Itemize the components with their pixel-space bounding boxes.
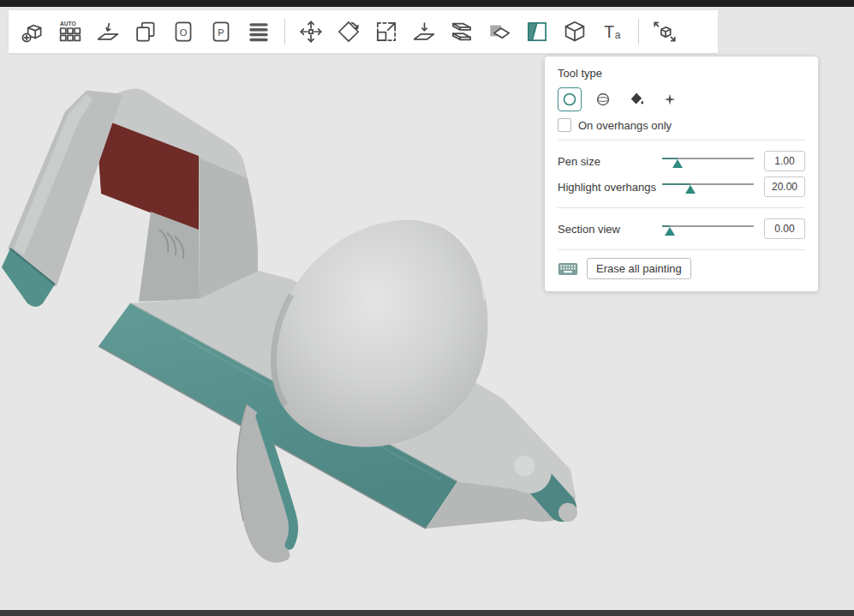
toolbar-auto-orient-button[interactable] [89, 13, 127, 51]
overhangs-only-row: On overhangs only [558, 118, 805, 132]
cut-icon [448, 18, 475, 45]
slider-thumb[interactable] [665, 227, 675, 236]
highlight-overhangs-slider[interactable] [662, 180, 754, 194]
main-toolbar: AUTO O [9, 10, 718, 53]
auto-arrange-icon: AUTO [57, 18, 84, 45]
pen-size-value[interactable]: 1.00 [764, 151, 805, 171]
split-to-objects-icon [132, 18, 159, 45]
fill-bucket-button[interactable] [624, 87, 648, 111]
overhangs-only-checkbox[interactable] [558, 118, 571, 132]
svg-text:T: T [604, 23, 614, 41]
svg-text:a: a [615, 29, 621, 41]
toolbar-assembly-view-button[interactable] [646, 13, 684, 51]
variable-layer-height-icon [245, 18, 272, 45]
model-hook[interactable] [2, 88, 258, 307]
section-view-row: Section view 0.00 [558, 216, 805, 242]
highlight-overhangs-row: Highlight overhangs 20.00 [558, 174, 805, 200]
gap-fill-button[interactable] [658, 87, 682, 111]
section-view-slider[interactable] [662, 222, 754, 236]
erase-row: Erase all painting [558, 258, 805, 279]
toolbar-place-on-face-button[interactable] [405, 13, 443, 51]
move-icon [297, 18, 325, 45]
svg-text:O: O [180, 27, 188, 38]
toolbar-separator [284, 19, 285, 45]
toolbar-mesh-boolean-button[interactable] [481, 13, 518, 51]
erase-all-painting-button[interactable]: Erase all painting [587, 258, 691, 279]
toolbar-add-button[interactable] [14, 13, 51, 51]
support-painting-icon [523, 18, 551, 45]
tool-type-row [558, 87, 805, 111]
section-view-value[interactable]: 0.00 [764, 218, 805, 239]
toolbar-rotate-button[interactable] [330, 13, 367, 51]
sphere-brush-button[interactable] [591, 87, 615, 111]
toolbar-auto-arrange-button[interactable]: AUTO [51, 13, 89, 51]
sphere-brush-icon [594, 90, 612, 109]
paste-icon: P [207, 18, 235, 45]
rotate-icon [335, 18, 362, 45]
svg-text:AUTO: AUTO [60, 21, 76, 27]
window-top-edge [0, 0, 854, 7]
panel-divider [558, 207, 805, 208]
pen-size-slider[interactable] [662, 154, 754, 168]
toolbar-split-to-objects-button[interactable] [127, 13, 164, 51]
toolbar-paste-button[interactable]: P [202, 13, 240, 51]
toolbar-scale-button[interactable] [367, 13, 405, 51]
add-icon [19, 18, 46, 45]
toolbar-move-button[interactable] [292, 13, 330, 51]
svg-text:P: P [218, 27, 224, 38]
toolbar-support-painting-button[interactable] [518, 13, 556, 51]
toolbar-text-shape-button[interactable]: T a [594, 13, 631, 51]
pen-size-label: Pen size [558, 155, 662, 168]
assembly-view-icon [651, 18, 678, 45]
copy-icon: O [170, 18, 197, 45]
highlight-overhangs-label: Highlight overhangs [558, 181, 662, 194]
toolbar-cut-button[interactable] [443, 13, 481, 51]
support-painting-panel: Tool type [545, 57, 818, 291]
slider-thumb[interactable] [672, 159, 683, 168]
fill-bucket-icon [627, 90, 646, 109]
text-shape-icon: T a [599, 18, 626, 45]
panel-title: Tool type [558, 67, 805, 80]
pen-size-row: Pen size 1.00 [558, 148, 805, 174]
toolbar-color-painting-button[interactable] [556, 13, 594, 51]
overhangs-only-label: On overhangs only [578, 119, 672, 132]
panel-divider [558, 140, 805, 141]
gap-fill-icon [660, 90, 679, 109]
slider-track [662, 225, 754, 227]
circle-brush-icon [560, 90, 579, 109]
slicer-window: AUTO O [0, 0, 854, 616]
window-bottom-edge [0, 610, 854, 616]
toolbar-separator [638, 19, 639, 45]
color-painting-icon [561, 18, 588, 45]
scale-icon [373, 18, 400, 45]
section-view-label: Section view [558, 223, 662, 236]
slider-thumb[interactable] [685, 185, 696, 194]
circle-brush-button[interactable] [558, 87, 582, 111]
highlight-overhangs-value[interactable]: 20.00 [764, 176, 805, 197]
toolbar-variable-layer-height-button[interactable] [240, 13, 278, 51]
panel-divider [558, 249, 805, 250]
place-on-face-icon [410, 18, 438, 45]
toolbar-copy-button[interactable]: O [164, 13, 202, 51]
mesh-boolean-icon [486, 18, 513, 45]
auto-orient-icon [94, 18, 122, 45]
keyboard-shortcut-icon [558, 262, 578, 276]
